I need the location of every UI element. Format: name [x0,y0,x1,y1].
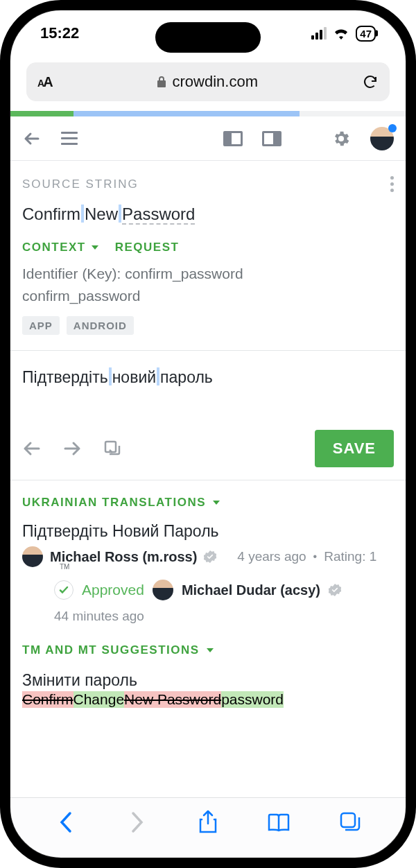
menu-button[interactable] [61,132,78,145]
diff-segment: New Password [124,691,221,708]
translation-input[interactable]: Підтвердітьновийпароль [10,351,406,394]
chevron-down-icon [92,245,98,250]
author-avatar-icon [22,546,43,567]
reload-icon[interactable] [362,73,379,90]
safari-bookmarks-button[interactable] [266,810,291,835]
translation-word: пароль [160,368,213,386]
tm-diff-line: ConfirmChange New Passwordpassword [10,690,406,708]
translation-word: новий [112,368,156,386]
approved-check-icon [54,580,73,600]
translation-item[interactable]: Підтвердіть Новий Пароль TM Michael Ross… [10,517,406,567]
request-link[interactable]: REQUEST [115,241,180,254]
panel-left-button[interactable] [223,129,243,148]
tm-suggestion-text[interactable]: Змінити пароль [10,664,406,690]
safari-bottom-toolbar [10,797,406,858]
panel-right-button[interactable] [262,129,281,148]
save-button[interactable]: SAVE [315,430,394,467]
safari-share-button[interactable] [196,810,220,835]
identifier-line: Identifier (Key): confirm_password [10,259,406,285]
chevron-down-icon [207,648,214,652]
app-toolbar [10,116,406,161]
tag-android[interactable]: ANDROID [67,316,134,335]
copy-source-button[interactable] [103,439,122,458]
source-word: New [85,205,118,223]
tm-badge: TM [60,563,69,571]
prev-string-button[interactable] [22,439,42,458]
translation-rating: Rating: 1 [324,549,376,564]
approver-name: Michael Dudar (acsy) [182,582,320,598]
verified-icon [204,550,216,563]
approval-time: 44 minutes ago [10,605,406,628]
notification-dot-icon [388,124,397,132]
more-options-button[interactable] [390,176,394,192]
source-word: Confirm [22,205,80,223]
approved-label: Approved [82,582,144,598]
source-string-text[interactable]: ConfirmNewPassword [10,199,406,227]
back-button[interactable] [22,129,42,148]
cellular-signal-icon [311,27,327,40]
verified-icon [329,584,341,596]
safari-tabs-button[interactable] [338,810,363,835]
url-domain: crowdin.com [173,73,258,91]
tag-app[interactable]: APP [22,316,60,335]
tm-section-dropdown[interactable]: TM AND MT SUGGESTIONS [10,628,406,664]
lock-icon [156,76,167,88]
user-avatar[interactable] [370,127,394,150]
safari-forward-button [125,810,150,835]
reader-mode-button[interactable]: AA [37,74,52,90]
translation-text: Підтвердіть Новий Пароль [22,522,394,541]
clock: 15:22 [40,24,79,42]
translations-section-dropdown[interactable]: UKRAINIAN TRANSLATIONS [10,480,406,517]
source-string-heading: SOURCE STRING [22,177,139,191]
progress-bar [10,111,406,116]
translation-author: Michael Ross (m.ross) [50,549,197,565]
settings-button[interactable] [331,129,351,148]
diff-segment: Change [73,691,125,708]
safari-back-button[interactable] [53,810,78,835]
diff-segment: password [221,691,284,708]
next-string-button[interactable] [62,439,82,458]
translation-time: 4 years ago [237,549,306,564]
translation-word: Підтвердіть [22,368,108,386]
chevron-down-icon [213,501,220,505]
svg-rect-1 [341,813,355,827]
separator-dot: • [313,550,318,563]
source-word: Password [122,205,195,225]
wifi-icon [333,27,349,40]
identifier-value: confirm_password [10,285,406,307]
context-dropdown[interactable]: CONTEXT [22,241,98,254]
safari-url-bar[interactable]: AA crowdin.com [26,62,390,101]
approver-avatar-icon [153,580,173,600]
battery-icon: 47 [356,26,376,42]
diff-segment: Confirm [22,691,73,708]
